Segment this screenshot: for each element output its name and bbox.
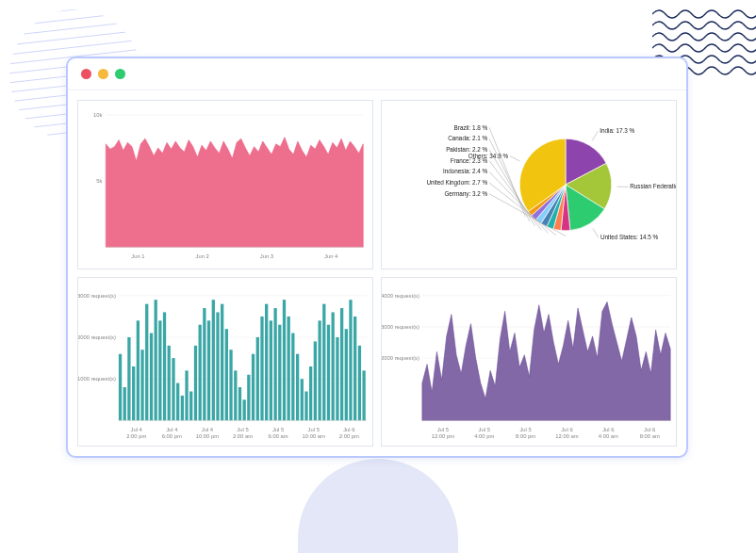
svg-text:1000 request(s): 1000 request(s) <box>78 376 116 382</box>
svg-rect-106 <box>353 317 356 420</box>
panel-area-pink: 10k5kJun 1Jun 2Jun 3Jun 4 <box>77 100 373 269</box>
svg-rect-86 <box>265 304 268 421</box>
decorative-blob <box>298 459 458 553</box>
panel-area-purple: 4000 request(s)3000 request(s)2000 reque… <box>381 277 677 447</box>
svg-rect-108 <box>362 370 365 420</box>
svg-text:Jul 4: Jul 4 <box>202 427 214 432</box>
svg-rect-88 <box>273 308 276 420</box>
svg-rect-76 <box>221 304 223 421</box>
svg-rect-62 <box>158 320 161 420</box>
svg-text:8:00 am: 8:00 am <box>640 433 660 439</box>
svg-text:Jun 3: Jun 3 <box>260 253 273 259</box>
svg-rect-101 <box>332 312 335 420</box>
svg-text:4:00 am: 4:00 am <box>599 433 618 439</box>
dashboard-grid: 10k5kJun 1Jun 2Jun 3Jun 4 Brazil: 1.8 %C… <box>68 90 686 456</box>
svg-rect-102 <box>336 337 338 420</box>
svg-rect-71 <box>199 325 202 421</box>
area-chart-purple: 4000 request(s)3000 request(s)2000 reque… <box>382 278 676 446</box>
svg-line-5 <box>9 38 141 57</box>
svg-rect-79 <box>234 370 237 420</box>
svg-text:5k: 5k <box>96 178 102 184</box>
svg-rect-65 <box>172 358 174 420</box>
svg-rect-96 <box>309 366 312 420</box>
svg-rect-57 <box>137 320 140 420</box>
svg-text:Jul 4: Jul 4 <box>131 427 143 432</box>
svg-text:12:00 pm: 12:00 pm <box>432 433 454 439</box>
window-minimize-dot[interactable] <box>98 69 108 79</box>
svg-rect-58 <box>140 350 143 420</box>
svg-rect-72 <box>203 308 205 420</box>
svg-text:Jul 5: Jul 5 <box>272 427 284 432</box>
svg-text:2:00 pm: 2:00 pm <box>126 433 146 439</box>
svg-rect-59 <box>145 304 148 421</box>
svg-text:2000 request(s): 2000 request(s) <box>78 334 116 340</box>
svg-text:Jul 5: Jul 5 <box>479 427 490 432</box>
svg-rect-61 <box>155 300 157 420</box>
svg-rect-81 <box>243 399 246 420</box>
svg-rect-77 <box>225 329 228 420</box>
svg-text:12:00 am: 12:00 am <box>555 433 578 439</box>
svg-line-3 <box>9 19 141 38</box>
svg-rect-84 <box>256 337 259 420</box>
svg-rect-95 <box>304 391 307 420</box>
svg-text:Jun 1: Jun 1 <box>131 253 144 259</box>
svg-text:Canada: 2.1 %: Canada: 2.1 % <box>448 135 487 141</box>
svg-rect-69 <box>189 391 192 420</box>
svg-text:4000 request(s): 4000 request(s) <box>382 293 419 299</box>
svg-text:Jul 6: Jul 6 <box>644 427 655 432</box>
svg-rect-97 <box>314 341 317 420</box>
svg-rect-92 <box>291 333 294 421</box>
svg-rect-91 <box>288 317 290 420</box>
svg-rect-64 <box>168 346 171 421</box>
svg-text:India: 17.3 %: India: 17.3 % <box>600 127 634 134</box>
svg-rect-63 <box>163 312 166 420</box>
svg-rect-105 <box>349 300 352 420</box>
svg-text:Jul 5: Jul 5 <box>437 427 449 432</box>
svg-line-1 <box>9 9 141 19</box>
svg-text:Jul 6: Jul 6 <box>343 427 354 432</box>
svg-rect-82 <box>247 375 250 421</box>
svg-rect-80 <box>238 387 241 420</box>
browser-frame: 10k5kJun 1Jun 2Jun 3Jun 4 Brazil: 1.8 %C… <box>66 57 688 458</box>
svg-text:Jun 4: Jun 4 <box>324 253 338 259</box>
svg-text:Jul 6: Jul 6 <box>561 427 572 432</box>
svg-rect-100 <box>327 325 330 421</box>
svg-text:3000 request(s): 3000 request(s) <box>382 324 419 330</box>
svg-text:2000 request(s): 2000 request(s) <box>382 355 419 361</box>
svg-text:Jul 5: Jul 5 <box>308 427 320 432</box>
svg-text:10:00 am: 10:00 am <box>303 433 325 439</box>
svg-text:Jul 6: Jul 6 <box>602 427 614 432</box>
svg-text:2:00 am: 2:00 am <box>233 433 253 439</box>
svg-text:United Kingdom: 2.7 %: United Kingdom: 2.7 % <box>426 179 487 187</box>
svg-rect-67 <box>181 396 184 421</box>
svg-text:6:00 pm: 6:00 pm <box>162 433 182 439</box>
svg-rect-85 <box>260 317 263 420</box>
svg-text:Indonesia: 2.4 %: Indonesia: 2.4 % <box>443 168 488 174</box>
bar-chart-teal: 3000 request(s)2000 request(s)1000 reque… <box>78 278 372 446</box>
svg-rect-103 <box>340 308 343 420</box>
svg-text:Others: 34.9 %: Others: 34.9 % <box>468 153 509 159</box>
svg-text:Jul 5: Jul 5 <box>519 427 531 432</box>
svg-rect-89 <box>278 325 281 421</box>
svg-text:6:00 am: 6:00 am <box>269 433 288 439</box>
svg-rect-73 <box>207 320 210 420</box>
svg-line-43 <box>593 228 599 237</box>
svg-line-45 <box>510 156 519 161</box>
svg-rect-107 <box>358 346 361 421</box>
window-close-dot[interactable] <box>81 69 91 79</box>
svg-rect-93 <box>296 354 299 421</box>
svg-rect-98 <box>318 320 320 420</box>
svg-text:10k: 10k <box>93 112 103 118</box>
svg-rect-53 <box>119 354 122 421</box>
window-maximize-dot[interactable] <box>115 69 125 79</box>
svg-rect-68 <box>185 370 188 420</box>
svg-line-4 <box>9 28 141 47</box>
svg-text:Russian Federation: 16.6 %: Russian Federation: 16.6 % <box>630 183 676 189</box>
svg-rect-66 <box>176 383 179 421</box>
svg-rect-99 <box>322 304 325 421</box>
svg-rect-87 <box>270 320 272 420</box>
titlebar <box>68 58 686 90</box>
svg-rect-60 <box>150 333 153 421</box>
svg-text:10:00 pm: 10:00 pm <box>196 433 219 439</box>
svg-text:Jun 2: Jun 2 <box>195 253 208 259</box>
